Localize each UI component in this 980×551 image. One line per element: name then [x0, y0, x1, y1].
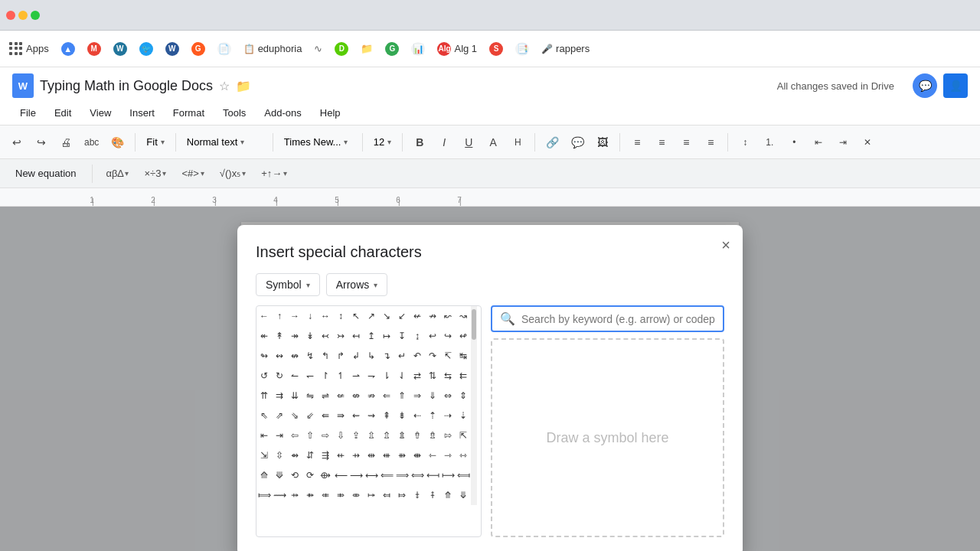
align-justify-button[interactable]: ≡ [700, 132, 721, 153]
share-icon[interactable]: 👤 [943, 73, 968, 98]
star-icon[interactable]: ☆ [219, 79, 230, 93]
symbol-cell[interactable]: ⇶ [318, 445, 333, 465]
symbol-cell[interactable]: ↱ [333, 346, 348, 366]
symbol-cell[interactable]: ↵ [394, 346, 410, 366]
symbol-cell[interactable]: ⇺ [379, 445, 394, 465]
symbol-cell[interactable]: ⤅ [364, 485, 379, 505]
symbol-cell[interactable]: ↘ [379, 306, 394, 326]
symbol-cell[interactable]: ⇓ [425, 386, 440, 406]
symbol-cell[interactable]: ⇱ [456, 425, 471, 445]
symbol-cell[interactable]: ⇇ [456, 366, 471, 386]
search-box[interactable]: 🔍 [491, 305, 724, 332]
increase-indent-button[interactable]: ⇥ [832, 132, 854, 153]
draw-area[interactable]: Draw a symbol here [491, 338, 724, 537]
symbol-cell[interactable]: ⇵ [302, 445, 318, 465]
symbol-cell[interactable]: ↔ [318, 306, 333, 326]
symbol-cell[interactable]: ⇒ [410, 386, 425, 406]
symbol-cell[interactable]: ⇼ [410, 445, 425, 465]
symbol-cell[interactable]: ⇫ [364, 425, 379, 445]
symbol-cell[interactable]: ⤂ [318, 485, 333, 505]
drive-icon-btn[interactable]: ▲ [61, 42, 75, 56]
image-button[interactable]: 🖼 [592, 132, 613, 153]
symbol-cell[interactable]: ⇨ [318, 425, 333, 445]
symbol-cell[interactable]: ⇖ [256, 406, 272, 425]
symbol-cell[interactable]: ⟽ [456, 465, 471, 485]
symbol-cell[interactable]: ⇴ [287, 445, 302, 465]
symbol-cell[interactable]: ⇍ [333, 386, 348, 406]
symbol-cell[interactable]: ⇉ [272, 386, 287, 406]
symbol-cell[interactable]: ⟰ [256, 465, 272, 485]
doc-title-actions[interactable]: ☆ 📁 [219, 79, 251, 93]
symbol-cell[interactable]: ⇠ [410, 406, 425, 425]
symbol-cell[interactable]: ⟱ [272, 465, 287, 485]
align-center-button[interactable]: ≡ [651, 132, 672, 153]
symbol-cell[interactable]: ⇽ [425, 445, 440, 465]
symbol-cell[interactable]: ⤆ [379, 485, 394, 505]
menu-format[interactable]: Format [165, 104, 212, 122]
math-group[interactable]: √()x₅ ▾ [215, 166, 250, 181]
bullet-list-button[interactable]: • [783, 132, 805, 153]
symbol-cell[interactable]: ⇎ [348, 386, 364, 406]
symbol-cell[interactable]: ↫ [456, 326, 471, 346]
underline-button[interactable]: U [458, 132, 479, 153]
symbol-cell[interactable]: ⇛ [333, 406, 348, 425]
symbol-cell[interactable]: ← [256, 306, 272, 326]
symbol-cell[interactable]: ⇢ [440, 406, 456, 425]
menu-help[interactable]: Help [312, 104, 348, 122]
symbol-cell[interactable]: ⇀ [348, 366, 364, 386]
symbol-cell[interactable]: ↢ [318, 326, 333, 346]
symbol-cell[interactable]: ⇥ [272, 425, 287, 445]
symbol-cell[interactable]: ⟷ [364, 465, 379, 485]
symbol-cell[interactable]: ⟿ [272, 485, 287, 505]
text-color-button[interactable]: A [482, 132, 504, 153]
twitter-icon-btn[interactable]: 🐦 [139, 42, 153, 56]
symbol-cell[interactable]: ⇋ [302, 386, 318, 406]
redo-button[interactable]: ↪ [31, 132, 52, 153]
symbol-cell[interactable]: ⇹ [364, 445, 379, 465]
symbol-cell[interactable]: → [287, 306, 302, 326]
symbol-cell[interactable]: ⟳ [302, 465, 318, 485]
symbol-cell[interactable]: ↨ [410, 326, 425, 346]
symbol-cell[interactable]: ⇞ [379, 406, 394, 425]
files-btn[interactable]: 📁 [361, 43, 373, 54]
symbol-cell[interactable]: ⇝ [364, 406, 379, 425]
wave-btn[interactable]: ∿ [314, 43, 322, 54]
greek-letters-group[interactable]: αβ∆ ▾ [102, 166, 134, 181]
symbol-cell[interactable]: ↓ [302, 306, 318, 326]
symbol-cell[interactable]: ⇈ [256, 386, 272, 406]
symbol-cell[interactable]: ↜ [440, 306, 456, 326]
word-icon-btn[interactable]: W [165, 42, 179, 56]
symbol-cell[interactable]: ⇔ [440, 386, 456, 406]
symbol-cell[interactable]: ↚ [410, 306, 425, 326]
symbol-cell[interactable]: ↩ [425, 326, 440, 346]
undo-button[interactable]: ↩ [6, 132, 28, 153]
symbol-cell[interactable]: ⟵ [333, 465, 348, 485]
symbol-cell[interactable]: ⇐ [379, 386, 394, 406]
grammarly-icon-btn[interactable]: G [191, 42, 205, 56]
symbol-cell[interactable]: ⇣ [456, 406, 471, 425]
symbol-cell[interactable]: ↥ [364, 326, 379, 346]
symbol-cell[interactable]: ↳ [364, 346, 379, 366]
symbol-cell[interactable]: ⇊ [287, 386, 302, 406]
align-right-button[interactable]: ≡ [675, 132, 697, 153]
font-select[interactable]: Times New... ▾ [279, 132, 356, 153]
comment-button[interactable]: 💬 [567, 132, 589, 153]
symbol-cell[interactable]: ⇘ [287, 406, 302, 425]
wp-icon-btn[interactable]: W [113, 42, 127, 56]
symbol-cell[interactable]: ↮ [287, 346, 302, 366]
symbol-cell[interactable]: ⇆ [440, 366, 456, 386]
highlight-button[interactable]: H [507, 132, 528, 153]
symbol-cell[interactable]: ↝ [456, 306, 471, 326]
symbol-cell[interactable]: ⇩ [333, 425, 348, 445]
symbol-cell[interactable]: ↪ [440, 326, 456, 346]
s-btn[interactable]: S [489, 42, 503, 56]
link-button[interactable]: 🔗 [541, 132, 564, 153]
symbol-cell[interactable]: ⇻ [394, 445, 410, 465]
symbol-cell[interactable]: ⟶ [348, 465, 364, 485]
symbol-cell[interactable]: ↭ [272, 346, 287, 366]
symbol-cell[interactable]: ↑ [272, 306, 287, 326]
spellcheck-button[interactable]: abc [80, 132, 103, 153]
arrows-dropdown[interactable]: Arrows ▾ [326, 273, 388, 296]
symbol-cell[interactable]: ⇯ [425, 425, 440, 445]
symbol-dropdown[interactable]: Symbol ▾ [256, 273, 320, 296]
